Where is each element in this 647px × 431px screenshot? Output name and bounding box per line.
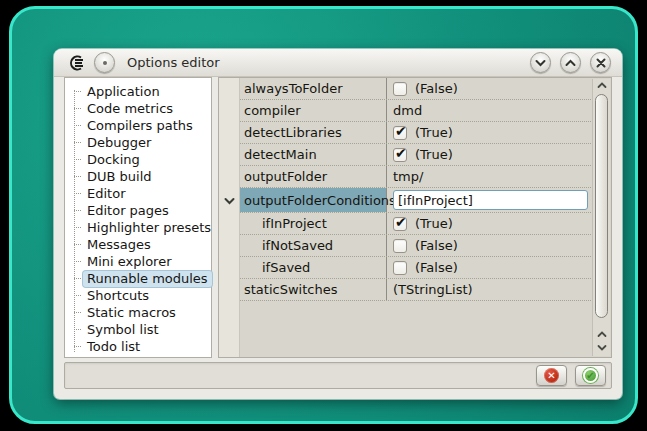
sidebar-item-debugger[interactable]: Debugger	[72, 134, 209, 151]
ok-button[interactable]: ✔	[575, 365, 606, 386]
tree-branch-icon	[74, 312, 81, 313]
sidebar-item-compilers-paths[interactable]: Compilers paths	[72, 117, 209, 134]
titlebar-buttons	[530, 52, 611, 73]
property-row-compiler[interactable]: compiler dmd	[240, 100, 591, 122]
property-row-detectMain[interactable]: detectMain (True)	[240, 144, 591, 166]
sidebar-item-code-metrics[interactable]: Code metrics	[72, 100, 209, 117]
grid-gutter	[219, 78, 240, 357]
tree-branch-icon	[74, 91, 81, 92]
sidebar-item-dub-build[interactable]: DUB build	[72, 168, 209, 185]
checkbox[interactable]	[393, 217, 407, 231]
unshade-button[interactable]	[560, 52, 581, 73]
property-row-alwaysToFolder[interactable]: alwaysToFolder (False)	[240, 78, 591, 100]
tree-branch-icon	[74, 210, 81, 211]
tree-branch-icon	[74, 142, 81, 143]
checkbox[interactable]	[393, 239, 407, 253]
checkbox[interactable]	[393, 82, 407, 96]
tree-branch-icon	[74, 159, 81, 160]
sidebar-item-symbol-list[interactable]: Symbol list	[72, 321, 209, 338]
chevron-down-icon	[535, 59, 546, 67]
tree-branch-icon	[74, 295, 81, 296]
dot-icon	[103, 61, 107, 65]
property-row-outputFolder[interactable]: outputFolder tmp/	[240, 166, 591, 188]
checkbox[interactable]	[393, 148, 407, 162]
tree-branch-icon	[74, 227, 81, 228]
property-row-outputFolderConditions[interactable]: outputFolderConditions	[240, 188, 591, 213]
scrollbar-down-button[interactable]	[593, 341, 610, 354]
sidebar-item-highlighter-presets[interactable]: Highlighter presets	[72, 219, 209, 236]
sidebar-item-mini-explorer[interactable]: Mini explorer	[72, 253, 209, 270]
shade-button[interactable]	[530, 52, 551, 73]
chevron-up-icon	[565, 59, 576, 67]
chevron-up-icon	[597, 82, 607, 89]
property-rows: alwaysToFolder (False) compiler dmd dete…	[240, 78, 591, 301]
property-row-detectLibraries[interactable]: detectLibraries (True)	[240, 122, 591, 144]
tree-branch-icon	[74, 125, 81, 126]
sidebar-item-docking[interactable]: Docking	[72, 151, 209, 168]
property-row-ifNotSaved[interactable]: ifNotSaved (False)	[240, 235, 591, 257]
property-row-ifSaved[interactable]: ifSaved (False)	[240, 257, 591, 279]
tree-branch-icon	[74, 346, 81, 347]
titlebar[interactable]: Options editor	[54, 49, 622, 77]
property-grid: alwaysToFolder (False) compiler dmd dete…	[218, 77, 612, 358]
property-row-ifInProject[interactable]: ifInProject (True)	[240, 213, 591, 235]
sidebar-item-messages[interactable]: Messages	[72, 236, 209, 253]
chevron-down-icon	[597, 344, 607, 351]
sidebar-item-runnable-modules[interactable]: Runnable modules	[72, 270, 209, 287]
tree-branch-icon	[74, 278, 81, 279]
sidebar-item-static-macros[interactable]: Static macros	[72, 304, 209, 321]
sidebar-item-application[interactable]: Application	[72, 83, 209, 100]
sidebar-item-editor[interactable]: Editor	[72, 185, 209, 202]
tree-branch-icon	[74, 261, 81, 262]
property-row-staticSwitches[interactable]: staticSwitches (TStringList)	[240, 279, 591, 301]
tree-branch-icon	[74, 176, 81, 177]
sidebar-item-shortcuts[interactable]: Shortcuts	[72, 287, 209, 304]
green-check-icon: ✔	[583, 368, 598, 383]
tree-branch-icon	[74, 329, 81, 330]
close-button[interactable]	[590, 52, 611, 73]
screenshot-frame: Options editor Application Code metrics …	[9, 6, 638, 424]
cancel-button[interactable]: ✕	[536, 365, 567, 386]
grid-scrollbar[interactable]	[592, 79, 610, 356]
scrollbar-thumb[interactable]	[595, 94, 608, 318]
outputFolderConditions-edit-input[interactable]	[393, 190, 588, 210]
collapse-arrow-icon[interactable]	[223, 195, 236, 207]
scrollbar-bottom-buttons	[593, 328, 610, 354]
checkbox[interactable]	[393, 126, 407, 140]
footer-bar: ✕ ✔	[64, 362, 612, 389]
scrollbar-up-button-2[interactable]	[593, 328, 610, 341]
red-cross-icon: ✕	[544, 368, 559, 383]
sidebar-item-todo-list[interactable]: Todo list	[72, 338, 209, 355]
options-editor-window: Options editor Application Code metrics …	[54, 49, 622, 399]
close-icon	[596, 58, 606, 68]
tree-branch-icon	[74, 108, 81, 109]
sidebar-tree: Application Code metrics Compilers paths…	[65, 78, 211, 357]
tree-branch-icon	[74, 193, 81, 194]
tree-branch-icon	[74, 244, 81, 245]
titlebar-dot-button[interactable]	[94, 52, 115, 73]
category-sidebar: Application Code metrics Compilers paths…	[64, 77, 212, 358]
chevron-up-icon	[597, 331, 607, 338]
scrollbar-up-button[interactable]	[593, 79, 610, 92]
checkbox[interactable]	[393, 261, 407, 275]
coedit-logo-icon	[68, 55, 86, 71]
window-title: Options editor	[127, 55, 522, 70]
sidebar-item-editor-pages[interactable]: Editor pages	[72, 202, 209, 219]
